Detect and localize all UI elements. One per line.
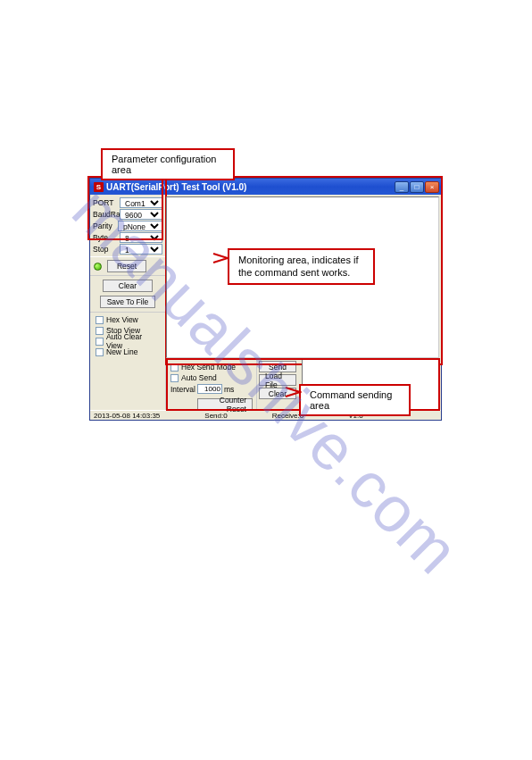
hex-send-checkbox[interactable] <box>170 363 179 372</box>
send-buttons-panel: Send Load File Clear <box>259 359 300 410</box>
right-column: Hex Send Mode Auto Send Interval ms Coun… <box>166 195 441 410</box>
port-label: PORT <box>93 198 118 207</box>
callout-tail-icon <box>212 252 229 264</box>
baud-select[interactable]: 9600 <box>120 209 162 220</box>
stop-view-checkbox[interactable] <box>96 327 104 335</box>
status-led-icon <box>94 263 102 271</box>
load-file-button[interactable]: Load File <box>259 374 296 386</box>
hex-view-checkbox[interactable] <box>96 316 104 324</box>
callout-command: Command sending area <box>299 384 411 416</box>
auto-send-label: Auto Send <box>181 373 217 382</box>
parity-label: Parity <box>93 221 116 230</box>
callout-param-config: Parameter configuration area <box>101 148 235 180</box>
interval-input[interactable] <box>197 384 222 394</box>
new-line-checkbox[interactable] <box>96 348 104 356</box>
byte-label: Byte <box>93 233 118 242</box>
counter-reset-button[interactable]: Counter Reset <box>197 398 253 411</box>
interval-label: Interval <box>170 385 195 394</box>
view-check-panel: Hex View Stop View Auto Clear View New L… <box>90 312 165 359</box>
left-sidebar: PORT Com1 BaudRa 9600 Parity pNone Byte … <box>90 195 166 410</box>
status-send-count: Send:0 <box>204 412 227 420</box>
title-bar: S UART(SerialPort) Test Tool (V1.0) _ □ … <box>90 179 441 195</box>
window-title-text: UART(SerialPort) Test Tool (V1.0) <box>106 182 246 192</box>
stop-select[interactable]: 1 <box>120 244 162 255</box>
reset-row: Reset <box>90 256 165 276</box>
window-title: S UART(SerialPort) Test Tool (V1.0) <box>94 182 246 192</box>
minimize-button[interactable]: _ <box>395 181 409 193</box>
maximize-button[interactable]: □ <box>410 181 424 193</box>
callout-monitor: Monitoring area, indicates if the comman… <box>228 248 375 285</box>
hex-view-label: Hex View <box>106 315 138 324</box>
baud-label: BaudRa <box>93 210 118 219</box>
reset-button[interactable]: Reset <box>107 260 146 272</box>
status-timestamp: 2013-05-08 14:03:35 <box>94 412 160 420</box>
new-line-label: New Line <box>106 347 137 356</box>
hex-send-label: Hex Send Mode <box>181 363 236 372</box>
port-select[interactable]: Com1 <box>120 197 162 208</box>
window-controls: _ □ × <box>395 181 439 193</box>
parity-select[interactable]: pNone <box>118 221 162 231</box>
clear-button[interactable]: Clear <box>103 280 153 292</box>
interval-unit: ms <box>224 385 234 394</box>
send-options-panel: Hex Send Mode Auto Send Interval ms Coun… <box>166 359 257 410</box>
param-panel: PORT Com1 BaudRa 9600 Parity pNone Byte … <box>90 195 165 256</box>
action-panel: Clear Save To File <box>90 276 165 312</box>
save-to-file-button[interactable]: Save To File <box>100 296 155 308</box>
auto-clear-checkbox[interactable] <box>96 338 104 346</box>
stop-label: Stop <box>93 245 118 254</box>
close-button[interactable]: × <box>425 181 439 193</box>
auto-send-checkbox[interactable] <box>170 374 179 382</box>
app-icon: S <box>94 182 104 192</box>
byte-select[interactable]: 8 <box>120 232 162 243</box>
callout-tail-icon <box>284 386 302 398</box>
